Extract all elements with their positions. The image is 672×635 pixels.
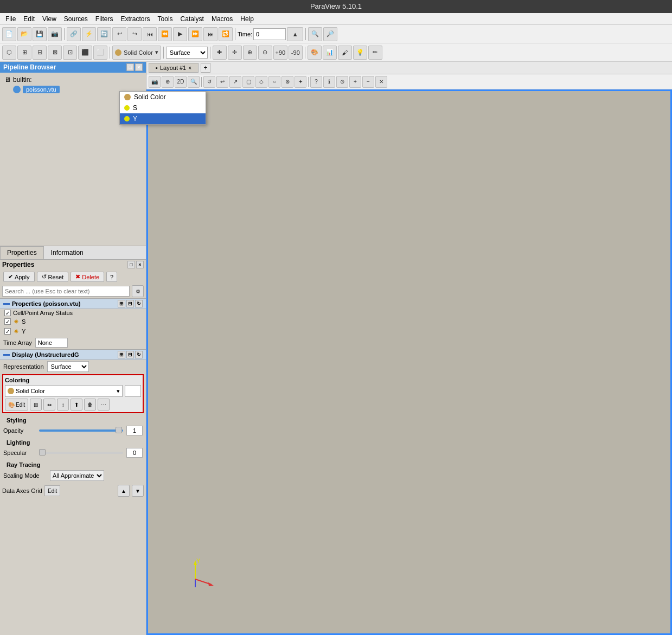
time-array-input[interactable] [35, 338, 68, 348]
tb-disconnect[interactable]: ⚡ [82, 27, 96, 41]
vp-reset-btn[interactable]: ↺ [203, 76, 215, 88]
vp-minus-btn[interactable]: − [362, 76, 374, 88]
tb-play-prev[interactable]: ⏮ [143, 27, 157, 41]
tb-edit-color[interactable]: 🖌 [338, 46, 352, 60]
opacity-input[interactable] [126, 426, 143, 435]
tb-orient4[interactable]: ⊙ [258, 46, 272, 60]
colormap-btn4[interactable]: ⬆ [71, 399, 82, 410]
tb-step-fwd[interactable]: ⏩ [188, 27, 202, 41]
file-label[interactable]: poisson.vtu [23, 86, 60, 93]
tb-colormap[interactable]: 🎨 [308, 46, 322, 60]
add-layout-btn[interactable]: + [201, 63, 210, 73]
tb-scalar-bar[interactable]: 📊 [323, 46, 337, 60]
layout-tab[interactable]: ▪ Layout #1 × [149, 63, 199, 73]
eye-icon[interactable] [13, 86, 21, 93]
apply-button[interactable]: ✔ Apply [3, 272, 35, 282]
tb-r5[interactable]: ⊡ [63, 46, 77, 60]
tb-step-back[interactable]: ⏪ [158, 27, 172, 41]
menu-sources[interactable]: Sources [61, 14, 91, 24]
vp-select5-btn[interactable]: ⊗ [281, 76, 293, 88]
tb-r4[interactable]: ⊠ [48, 46, 62, 60]
section-refresh-btn[interactable]: ↻ [135, 300, 143, 307]
opacity-slider-thumb[interactable] [116, 427, 122, 433]
tb-redo[interactable]: ↪ [127, 27, 142, 41]
specular-slider-thumb[interactable] [39, 449, 46, 456]
colormap-btn5[interactable]: 🗑 [84, 399, 96, 410]
delete-button[interactable]: ✖ Delete [71, 272, 104, 282]
vp-select3-btn[interactable]: ◇ [255, 76, 267, 88]
dropdown-solid-color[interactable]: Solid Color [120, 92, 206, 102]
tb-r7[interactable]: ⬜ [93, 46, 107, 60]
vp-select2-btn[interactable]: ▢ [242, 76, 254, 88]
tb-r3[interactable]: ⊟ [33, 46, 47, 60]
tb-orient2[interactable]: ✛ [228, 46, 242, 60]
tab-properties[interactable]: Properties [0, 246, 44, 259]
array-y-checkbox[interactable]: ✓ [4, 328, 11, 335]
vp-select6-btn[interactable]: ✦ [295, 76, 306, 88]
opacity-slider[interactable] [39, 429, 123, 432]
vp-pick-btn[interactable]: ↗ [229, 76, 241, 88]
tb-zoom-in[interactable]: 🔍 [308, 27, 322, 41]
menu-help[interactable]: Help [237, 14, 257, 24]
scaling-mode-select[interactable]: All Approximate Still Render [50, 470, 104, 481]
menu-edit[interactable]: Edit [20, 14, 38, 24]
tb-new[interactable]: 📄 [2, 27, 16, 41]
tb-connect[interactable]: 🔗 [67, 27, 81, 41]
section-copy-btn[interactable]: ⊞ [118, 300, 125, 307]
vp-close-btn[interactable]: ✕ [375, 76, 387, 88]
tb-refresh[interactable]: 🔄 [97, 27, 111, 41]
tb-r6[interactable]: ⬛ [78, 46, 92, 60]
vp-query-btn[interactable]: ? [310, 76, 322, 88]
vp-undo-btn[interactable]: ↩ [216, 76, 228, 88]
tab-close-icon[interactable]: × [188, 65, 191, 71]
colormap-btn3[interactable]: ↕ [57, 399, 69, 410]
tb-save[interactable]: 💾 [33, 27, 47, 41]
time-input[interactable] [253, 28, 286, 40]
search-input[interactable] [2, 286, 130, 297]
section-info-btn[interactable]: ⊟ [126, 300, 134, 307]
menu-filters[interactable]: Filters [92, 14, 117, 24]
tb-play-next[interactable]: ⏭ [203, 27, 217, 41]
tb-play[interactable]: ▶ [173, 27, 187, 41]
tb-orient5[interactable]: +90 [273, 46, 287, 60]
tab-information[interactable]: Information [44, 246, 91, 259]
solid-color-btn[interactable]: Solid Color ▾ [112, 46, 161, 60]
tb-loop[interactable]: 🔁 [219, 27, 233, 41]
data-axes-edit-btn[interactable]: Edit [44, 485, 60, 496]
tb-undo[interactable]: ↩ [112, 27, 126, 41]
vp-2d-btn[interactable]: 2D [175, 76, 187, 88]
help-button[interactable]: ? [106, 272, 117, 282]
tb-lighting[interactable]: 💡 [353, 46, 367, 60]
coloring-select[interactable]: Solid Color ▾ [5, 385, 123, 397]
tb-r1[interactable]: ⬡ [2, 46, 16, 60]
reset-button[interactable]: ↺ Reset [37, 272, 69, 282]
tb-r2[interactable]: ⊞ [17, 46, 31, 60]
dropdown-y[interactable]: Y [120, 113, 206, 124]
tb-orient6[interactable]: -90 [289, 46, 303, 60]
colormap-btn6[interactable]: ⋯ [98, 399, 110, 410]
colormap-btn2[interactable]: ⇔ [43, 399, 55, 410]
display-copy-btn[interactable]: ⊞ [118, 351, 125, 358]
scroll-down-btn[interactable]: ▼ [132, 485, 144, 497]
vp-plus-btn[interactable]: + [349, 76, 361, 88]
props-close-btn[interactable]: × [136, 261, 144, 268]
vp-camera-btn[interactable]: 📷 [149, 76, 161, 88]
menu-view[interactable]: View [39, 14, 60, 24]
pipeline-float-btn[interactable]: □ [126, 63, 134, 71]
vp-orient-btn[interactable]: ⊙ [336, 76, 348, 88]
vp-select4-btn[interactable]: ○ [268, 76, 280, 88]
colormap-btn1[interactable]: ⊞ [30, 399, 42, 410]
tb-orient1[interactable]: ✚ [213, 46, 227, 60]
tb-screenshot[interactable]: 📷 [48, 27, 62, 41]
menu-macros[interactable]: Macros [208, 14, 236, 24]
dropdown-s[interactable]: S [120, 102, 206, 113]
tb-annotate[interactable]: ✏ [368, 46, 382, 60]
vp-zoom-btn[interactable]: 🔍 [188, 76, 200, 88]
representation-select-prop[interactable]: Surface Wireframe Points [47, 361, 89, 372]
tb-orient3[interactable]: ⊕ [243, 46, 257, 60]
menu-extractors[interactable]: Extractors [118, 14, 153, 24]
vp-info-btn[interactable]: ℹ [323, 76, 335, 88]
display-info-btn[interactable]: ⊟ [126, 351, 134, 358]
edit-colormap-btn[interactable]: 🎨 Edit [5, 399, 28, 410]
representation-select[interactable]: Surface Wireframe Points [166, 47, 208, 59]
